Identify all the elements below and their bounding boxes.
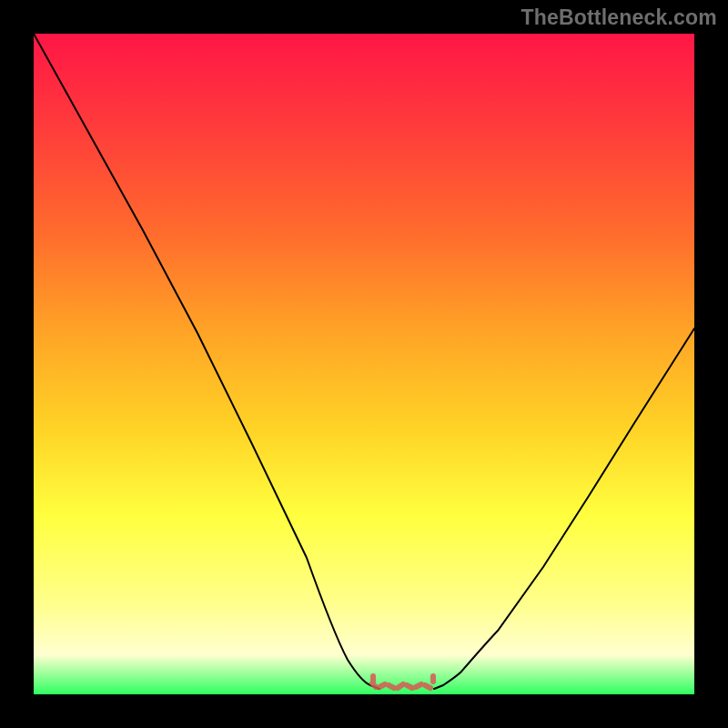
chart-frame: TheBottleneck.com	[0, 0, 728, 728]
svg-line-1	[379, 684, 385, 687]
minimum-band	[372, 676, 433, 688]
svg-line-4	[407, 685, 412, 688]
watermark-text: TheBottleneck.com	[521, 5, 717, 30]
svg-line-3	[398, 684, 403, 688]
svg-line-6	[425, 685, 430, 688]
bottleneck-curve-left	[34, 34, 379, 689]
svg-line-5	[416, 684, 421, 687]
svg-line-2	[389, 685, 394, 688]
bottleneck-curve-right	[434, 329, 694, 689]
curve-layer	[34, 34, 694, 694]
plot-area	[34, 34, 694, 694]
